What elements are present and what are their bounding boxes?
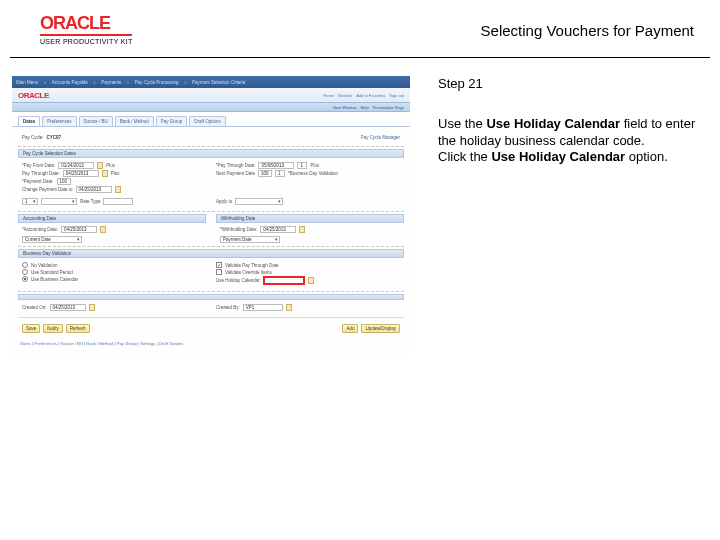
link-new-window[interactable]: New Window — [333, 105, 356, 110]
rate-type-label: Rate Type — [80, 199, 100, 204]
lookup-icon[interactable] — [308, 277, 314, 284]
calendar-icon[interactable] — [89, 304, 95, 311]
bd-val-input2[interactable]: 100 — [258, 170, 272, 177]
calendar-icon[interactable] — [115, 186, 121, 193]
check-pay-through[interactable] — [216, 262, 222, 268]
brand-logo: ORACLE USER PRODUCTIVITY KIT — [40, 14, 133, 45]
save-button[interactable]: Save — [22, 324, 40, 333]
calendar-icon[interactable] — [102, 170, 108, 177]
tab-draft-options[interactable]: Draft Options — [189, 116, 226, 126]
tab-pay-group[interactable]: Pay Group — [156, 116, 188, 126]
created-on-value: 04/25/2013 — [50, 304, 86, 311]
wh-type-select[interactable]: Payment Date — [220, 236, 280, 243]
currency-seq[interactable]: 1 — [22, 198, 38, 205]
app-screenshot: Main Menu › Accounts Payable › Payments … — [12, 76, 410, 358]
refresh-button[interactable]: Refresh — [66, 324, 90, 333]
instruction-line-2: Click the Use Holiday Calendar option. — [438, 149, 696, 165]
link-home[interactable]: Home — [323, 93, 334, 98]
add-button[interactable]: Add — [342, 324, 358, 333]
notify-button[interactable]: Notify — [43, 324, 63, 333]
pay-through-label-left: Pay Through Date: — [22, 171, 60, 176]
paycycle-manager-link[interactable]: Pay Cycle Manager — [361, 135, 400, 140]
instruction-line-1: Use the Use Holiday Calendar field to en… — [438, 116, 696, 149]
acct-date-input[interactable]: 04/25/2013 — [61, 226, 97, 233]
opt-no-validation: No Validation — [31, 263, 57, 268]
product-name: USER PRODUCTIVITY KIT — [40, 38, 133, 45]
chk-override-label: Validate Override Items — [225, 270, 272, 275]
plus-label-1: Plus — [106, 163, 115, 168]
calendar-icon[interactable] — [97, 162, 103, 169]
pay-through-input[interactable]: 05/08/2013 — [258, 162, 294, 169]
footer-tab-links[interactable]: Dates | Preferences | Source / BU | Bank… — [12, 338, 410, 349]
app-oracle-logo: ORACLE — [18, 91, 49, 100]
bc-5: Payment Selection Criteria — [192, 80, 245, 85]
change-payment-input[interactable]: 04/25/2013 — [76, 186, 112, 193]
payment-date-input[interactable]: 04/25/2013 — [63, 170, 99, 177]
pay-from-label: *Pay From Date: — [22, 163, 55, 168]
accounting-header: Accounting Date — [18, 214, 206, 223]
app-toolbar: New Window Help Personalize Page — [12, 102, 410, 112]
oracle-wordmark: ORACLE — [40, 14, 110, 32]
wh-date-label: *Withholding Date: — [220, 227, 257, 232]
logo-underline — [40, 34, 132, 36]
chk-pay-through-label: Validate Pay Through Date — [225, 263, 279, 268]
bd-val-label: *Business Day Validation — [288, 171, 338, 176]
app-tabs: Dates Preferences Source / BU Bank / Met… — [12, 112, 410, 127]
lookup-icon[interactable] — [286, 304, 292, 311]
radio-business-calendar[interactable] — [22, 276, 28, 282]
opt-standard-period: Use Standard Period — [31, 270, 73, 275]
tab-dates[interactable]: Dates — [18, 116, 40, 126]
paycycle-label: Pay Cycle: — [22, 135, 44, 140]
change-payment-label: Change Payment Date to — [22, 187, 73, 192]
created-by-label: Created By: — [216, 305, 240, 310]
holiday-calendar-field-highlight[interactable] — [263, 276, 305, 285]
app-header: ORACLE Home Worklist Add to Favorites Si… — [12, 88, 410, 102]
plus-label-2: Plus — [111, 171, 120, 176]
link-help[interactable]: Help — [360, 105, 368, 110]
step-label: Step 21 — [438, 76, 696, 92]
wh-date-input[interactable]: 04/25/2013 — [260, 226, 296, 233]
pay-from-input[interactable]: 01/24/2013 — [58, 162, 94, 169]
payment-date-label: *Payment Date: — [22, 179, 54, 184]
withholding-header: Withholding Date — [216, 214, 404, 223]
currency-type[interactable] — [41, 198, 77, 205]
opt-business-calendar: Use Business Calendar — [31, 277, 78, 282]
selection-dates-header: Pay Cycle Selection Dates — [18, 149, 404, 158]
apply-to-select[interactable] — [235, 198, 283, 205]
holiday-calendar-label: Use Holiday Calendar — [216, 278, 260, 283]
created-by-value: VP1 — [243, 304, 283, 311]
app-header-links: Home Worklist Add to Favorites Sign out — [323, 93, 404, 98]
bdv-header: Business Day Validation — [18, 249, 404, 258]
bd-val-input[interactable]: 100 — [57, 178, 71, 185]
link-personalize[interactable]: Personalize Page — [373, 105, 404, 110]
plus-label-3: Plus — [310, 163, 319, 168]
radio-no-validation[interactable] — [22, 262, 28, 268]
paycycle-value: CYC07 — [47, 135, 62, 140]
link-signout[interactable]: Sign out — [389, 93, 404, 98]
update-display-button[interactable]: Update/Display — [361, 324, 400, 333]
bc-2: Accounts Payable — [52, 80, 88, 85]
rate-type-input[interactable] — [103, 198, 133, 205]
tab-preferences[interactable]: Preferences — [42, 116, 76, 126]
tab-bank-method[interactable]: Bank / Method — [115, 116, 154, 126]
calendar-icon[interactable] — [299, 226, 305, 233]
next-through-input[interactable]: 1 — [297, 162, 307, 169]
bc-3: Payments — [101, 80, 121, 85]
check-override[interactable] — [216, 269, 222, 275]
pay-through-label: *Pay Through Date: — [216, 163, 255, 168]
next-payment-input[interactable]: 1 — [275, 170, 285, 177]
app-breadcrumb-bar: Main Menu › Accounts Payable › Payments … — [12, 76, 410, 88]
tab-source-bu[interactable]: Source / BU — [79, 116, 113, 126]
link-worklist[interactable]: Worklist — [338, 93, 352, 98]
acct-type-select[interactable]: Current Date — [22, 236, 82, 243]
bc-1: Main Menu — [16, 80, 38, 85]
radio-standard-period[interactable] — [22, 269, 28, 275]
calendar-icon[interactable] — [100, 226, 106, 233]
acct-date-label: *Accounting Date: — [22, 227, 58, 232]
apply-to-label: Apply to — [216, 199, 232, 204]
next-payment-label: Next Payment Date — [216, 171, 255, 176]
created-on-label: Created On: — [22, 305, 47, 310]
bc-4: Pay Cycle Processing — [135, 80, 179, 85]
link-favorites[interactable]: Add to Favorites — [356, 93, 385, 98]
instruction-panel: Step 21 Use the Use Holiday Calendar fie… — [438, 76, 696, 358]
